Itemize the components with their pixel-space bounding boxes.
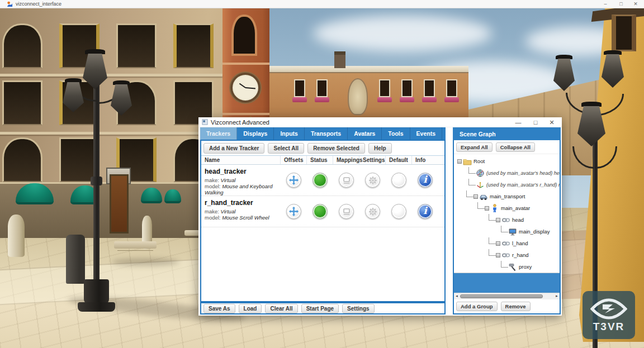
tab-displays[interactable]: Displays — [237, 127, 274, 140]
flower-box — [400, 97, 414, 102]
tree-label: Root — [473, 158, 485, 164]
flower-box — [315, 97, 329, 102]
cornice — [269, 66, 468, 73]
tree-item-main-display[interactable]: main_display — [454, 226, 560, 237]
remove-selected-button[interactable]: Remove Selected — [307, 143, 365, 154]
info-button[interactable]: i — [418, 204, 433, 219]
remove-button[interactable]: Remove — [501, 302, 531, 311]
screen: vizconnect_interface – □ ✕ Vizconnect Ad… — [0, 0, 644, 348]
status-indicator[interactable] — [312, 204, 328, 219]
link-icon — [501, 239, 510, 248]
info-button[interactable]: i — [418, 173, 433, 188]
load-button[interactable]: Load — [239, 304, 262, 313]
add-group-button[interactable]: Add a Group — [456, 302, 498, 311]
tree-label: proxy — [519, 264, 532, 270]
chimney — [334, 51, 345, 68]
os-titlebar: vizconnect_interface – □ ✕ — [0, 0, 644, 8]
tab-trackers[interactable]: Trackers — [200, 127, 237, 140]
tab-events[interactable]: Events — [410, 127, 442, 140]
default-toggle[interactable] — [391, 204, 406, 219]
tree-item-r-hand-tracker[interactable]: (used by main_avatar's r_hand) r_hand_t — [454, 179, 560, 190]
tree-item-main-transport[interactable]: main_transport — [454, 190, 560, 202]
dialog-close-button[interactable]: ✕ — [543, 117, 560, 127]
offsets-button[interactable] — [286, 204, 301, 219]
os-close-button[interactable]: ✕ — [628, 0, 643, 8]
node-handle[interactable] — [485, 206, 489, 211]
mappings-button[interactable] — [339, 204, 354, 219]
tracker-name-cell: head_tracker make: Virtual model: Mouse … — [201, 165, 281, 196]
lantern-cap — [581, 102, 602, 107]
save-as-button[interactable]: Save As — [203, 304, 235, 313]
clear-all-button[interactable]: Clear All — [265, 304, 297, 313]
tree-item-head-tracker[interactable]: (used by main_avatar's head) head_track — [454, 167, 560, 179]
settings-button[interactable]: Settings — [342, 304, 374, 313]
lantern-cap — [113, 80, 130, 85]
column-info: Info — [412, 156, 438, 164]
dialog-icon — [202, 119, 208, 125]
node-handle[interactable] — [473, 194, 478, 199]
settings-button[interactable] — [365, 173, 380, 188]
tower-trim — [222, 113, 269, 115]
app-icon — [7, 1, 13, 7]
tree-item-proxy[interactable]: proxy — [454, 261, 560, 273]
mappings-button[interactable] — [339, 173, 354, 188]
os-maximize-button[interactable]: □ — [614, 0, 628, 8]
flower-box — [444, 97, 459, 102]
scroll-right-arrow[interactable]: ► — [554, 293, 560, 299]
window — [379, 79, 390, 97]
os-window-title: vizconnect_interface — [16, 1, 61, 7]
tab-avatars[interactable]: Avatars — [348, 127, 382, 140]
flower-box — [292, 97, 307, 102]
node-handle[interactable] — [496, 253, 500, 258]
node-handle[interactable] — [496, 241, 500, 246]
dialog-maximize-button[interactable]: □ — [527, 117, 544, 127]
settings-button[interactable] — [365, 204, 380, 219]
tower-trim — [222, 63, 269, 65]
minute-hand — [245, 87, 255, 89]
link-icon — [501, 251, 510, 260]
tree-label: main_avatar — [501, 205, 530, 211]
dialog-title: Vizconnect Advanced — [211, 119, 269, 126]
dialog-titlebar[interactable]: Vizconnect Advanced — □ ✕ — [198, 117, 562, 127]
node-handle[interactable] — [496, 218, 500, 222]
tab-tools[interactable]: Tools — [382, 127, 410, 140]
collapse-all-button[interactable]: Collapse All — [496, 142, 535, 152]
offsets-button[interactable] — [286, 173, 301, 188]
scene-graph-tree: Root (used by main_avatar's head) head_t… — [454, 154, 560, 273]
window — [316, 79, 328, 97]
node-handle[interactable] — [457, 159, 462, 164]
expand-all-button[interactable]: Expand All — [456, 142, 493, 152]
tree-item-root[interactable]: Root — [454, 155, 560, 167]
add-new-tracker-button[interactable]: Add a New Tracker — [203, 143, 264, 154]
status-indicator[interactable] — [312, 173, 328, 188]
default-toggle[interactable] — [391, 173, 406, 188]
golden-building-window — [612, 15, 636, 51]
tree-label: head — [512, 217, 524, 223]
flower-box — [377, 97, 392, 102]
help-button[interactable]: Help — [368, 143, 392, 154]
lantern-cap — [85, 49, 105, 54]
tree-connector — [489, 214, 496, 221]
scroll-left-arrow[interactable]: ◄ — [454, 293, 460, 299]
start-page-button[interactable]: Start Page — [301, 304, 339, 313]
tree-connector — [468, 167, 476, 174]
tab-inputs[interactable]: Inputs — [274, 127, 305, 140]
tree-connector — [477, 202, 485, 209]
lamp-base — [84, 279, 109, 304]
os-minimize-button[interactable]: – — [598, 0, 613, 8]
scene-graph-header: Scene Graph — [453, 127, 561, 140]
window — [173, 23, 214, 68]
stone-bollard — [8, 214, 25, 257]
tree-item-main-avatar[interactable]: main_avatar — [454, 202, 560, 214]
horizontal-scrollbar[interactable]: ◄ ► — [454, 293, 560, 299]
tree-item-r-hand[interactable]: r_hand — [454, 249, 560, 261]
tree-item-head[interactable]: head — [454, 214, 560, 226]
select-all-button[interactable]: Select All — [268, 143, 304, 154]
dialog-minimize-button[interactable]: — — [510, 117, 527, 127]
tree-item-l-hand[interactable]: l_hand — [454, 237, 560, 249]
column-status: Status — [307, 156, 333, 164]
scrollbar-thumb[interactable] — [460, 294, 543, 298]
laptop-icon — [342, 176, 351, 185]
tower-window — [231, 15, 257, 56]
tab-transports[interactable]: Transports — [305, 127, 348, 140]
